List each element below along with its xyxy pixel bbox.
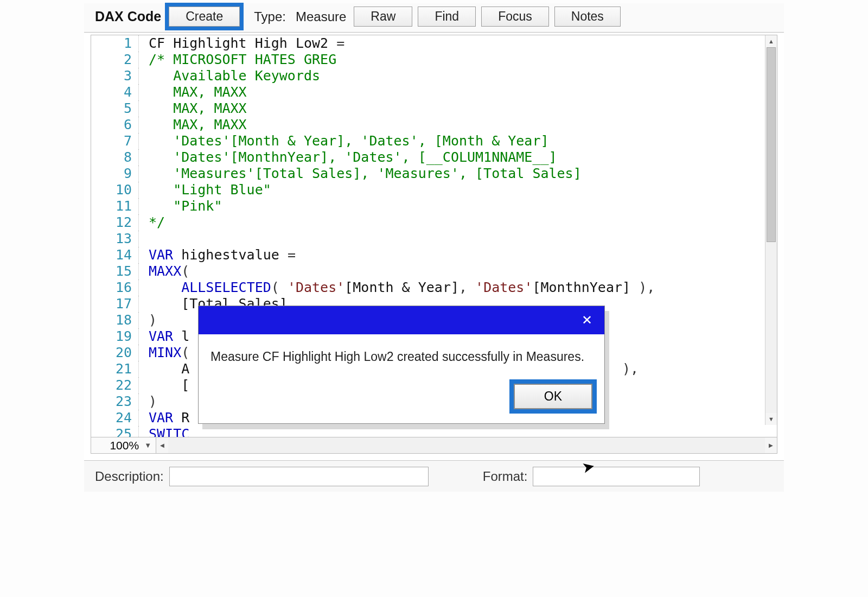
line-number: 18 — [91, 312, 139, 328]
code-line[interactable]: 16 ALLSELECTED( 'Dates'[Month & Year], '… — [91, 280, 765, 296]
code-line[interactable]: 11 "Pink" — [91, 198, 765, 214]
line-number: 23 — [91, 393, 139, 410]
code-line[interactable]: 7 'Dates'[Month & Year], 'Dates', [Month… — [91, 133, 765, 149]
code-line[interactable]: 4 MAX, MAXX — [91, 84, 765, 100]
line-number: 15 — [91, 263, 139, 280]
code-content[interactable]: MAX, MAXX — [139, 117, 247, 133]
code-content[interactable]: CF Highlight High Low2 = — [139, 35, 344, 52]
scroll-left-icon[interactable]: ◄ — [156, 437, 168, 453]
code-line[interactable]: 13 — [91, 231, 765, 247]
focus-button[interactable]: Focus — [481, 7, 549, 27]
toolbar-title: DAX Code — [95, 9, 161, 24]
type-value: Measure — [293, 9, 348, 24]
line-number: 8 — [91, 149, 139, 166]
code-line[interactable]: 1CF Highlight High Low2 = — [91, 35, 765, 52]
ok-button[interactable]: OK — [514, 384, 592, 409]
code-content[interactable]: /* MICROSOFT HATES GREG — [139, 52, 336, 68]
zoom-selector[interactable]: 100% ▼ — [91, 437, 156, 453]
code-content[interactable]: MAXX( — [139, 263, 189, 280]
code-content[interactable]: ) — [139, 312, 157, 328]
line-number: 20 — [91, 345, 139, 361]
line-number: 5 — [91, 100, 139, 117]
code-content[interactable]: Available Keywords — [139, 68, 320, 84]
code-line[interactable]: 14VAR highestvalue = — [91, 247, 765, 263]
line-number: 7 — [91, 133, 139, 149]
code-content[interactable]: VAR R — [139, 410, 189, 426]
editor-footer: 100% ▼ ◄ ► — [91, 437, 777, 454]
code-content[interactable]: SWITC — [139, 426, 189, 437]
code-line[interactable]: 5 MAX, MAXX — [91, 100, 765, 117]
scroll-down-icon[interactable]: ▼ — [765, 413, 777, 425]
line-number: 19 — [91, 328, 139, 345]
line-number: 9 — [91, 166, 139, 182]
line-number: 11 — [91, 198, 139, 214]
line-number: 1 — [91, 35, 139, 52]
code-content[interactable] — [139, 231, 157, 247]
format-input[interactable] — [533, 467, 700, 486]
code-content[interactable]: "Light Blue" — [139, 182, 271, 198]
line-number: 3 — [91, 68, 139, 84]
line-number: 13 — [91, 231, 139, 247]
code-line[interactable]: 8 'Dates'[MonthnYear], 'Dates', [__COLUM… — [91, 149, 765, 166]
line-number: 24 — [91, 410, 139, 426]
line-number: 25 — [91, 426, 139, 437]
code-line[interactable]: 9 'Measures'[Total Sales], 'Measures', [… — [91, 166, 765, 182]
line-number: 4 — [91, 84, 139, 100]
code-content[interactable]: "Pink" — [139, 198, 222, 214]
description-input[interactable] — [169, 467, 429, 486]
line-number: 14 — [91, 247, 139, 263]
toolbar: DAX Code Create Type: Measure Raw Find F… — [84, 3, 784, 33]
code-content[interactable]: VAR highestvalue = — [139, 247, 296, 263]
code-content[interactable]: */ — [139, 214, 165, 231]
close-icon[interactable]: ✕ — [577, 312, 597, 329]
line-number: 12 — [91, 214, 139, 231]
code-content[interactable]: 'Dates'[MonthnYear], 'Dates', [__COLUM1N… — [139, 149, 557, 166]
find-button[interactable]: Find — [418, 7, 476, 27]
horizontal-scrollbar[interactable]: ◄ ► — [156, 437, 777, 453]
code-line[interactable]: 25SWITC — [91, 426, 765, 437]
scroll-thumb[interactable] — [767, 47, 776, 242]
line-number: 10 — [91, 182, 139, 198]
type-label: Type: — [252, 9, 288, 24]
line-number: 17 — [91, 296, 139, 312]
code-content[interactable]: MAX, MAXX — [139, 84, 247, 100]
line-number: 22 — [91, 377, 139, 393]
code-content[interactable]: ALLSELECTED( 'Dates'[Month & Year], 'Dat… — [139, 280, 655, 296]
code-content[interactable]: [ — [139, 377, 189, 393]
success-dialog: ✕ Measure CF Highlight High Low2 created… — [198, 306, 605, 424]
code-line[interactable]: 6 MAX, MAXX — [91, 117, 765, 133]
line-number: 6 — [91, 117, 139, 133]
create-button[interactable]: Create — [169, 7, 240, 27]
meta-strip: Description: Format: — [84, 460, 784, 492]
scroll-right-icon[interactable]: ► — [765, 437, 777, 453]
notes-button[interactable]: Notes — [554, 7, 621, 27]
code-content[interactable]: VAR l — [139, 328, 189, 345]
description-label: Description: — [95, 469, 164, 484]
code-line[interactable]: 2/* MICROSOFT HATES GREG — [91, 52, 765, 68]
code-line[interactable]: 10 "Light Blue" — [91, 182, 765, 198]
code-content[interactable]: MAX, MAXX — [139, 100, 247, 117]
code-line[interactable]: 12*/ — [91, 214, 765, 231]
format-label: Format: — [483, 469, 528, 484]
dialog-titlebar[interactable]: ✕ — [199, 306, 604, 334]
vertical-scrollbar[interactable]: ▲ ▼ — [765, 35, 777, 425]
code-line[interactable]: 3 Available Keywords — [91, 68, 765, 84]
code-content[interactable]: MINX( — [139, 345, 189, 361]
dialog-message: Measure CF Highlight High Low2 created s… — [199, 334, 604, 370]
chevron-down-icon[interactable]: ▼ — [142, 441, 154, 449]
raw-button[interactable]: Raw — [354, 7, 412, 27]
line-number: 21 — [91, 361, 139, 377]
code-line[interactable]: 15MAXX( — [91, 263, 765, 280]
scroll-up-icon[interactable]: ▲ — [765, 35, 777, 47]
line-number: 16 — [91, 280, 139, 296]
line-number: 2 — [91, 52, 139, 68]
zoom-value: 100% — [110, 439, 142, 452]
code-content[interactable]: 'Measures'[Total Sales], 'Measures', [To… — [139, 166, 582, 182]
code-content[interactable]: ) — [139, 393, 157, 410]
code-content[interactable]: 'Dates'[Month & Year], 'Dates', [Month &… — [139, 133, 549, 149]
